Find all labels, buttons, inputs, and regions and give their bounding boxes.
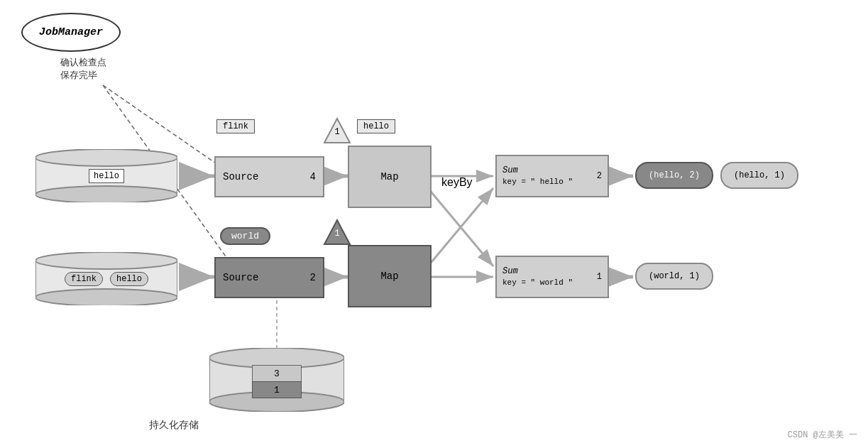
svg-line-12 bbox=[428, 188, 493, 266]
float-hello-label: hello bbox=[357, 119, 395, 133]
svg-line-11 bbox=[428, 188, 493, 266]
sum-bottom-label: Sum bbox=[502, 266, 518, 278]
confirm-line1: 确认检查点 bbox=[60, 57, 106, 70]
result-hello-2: (hello, 2) bbox=[635, 162, 713, 189]
watermark: CSDN @左美美 一 bbox=[788, 429, 857, 441]
top-cylinder-label: hello bbox=[89, 169, 124, 183]
result-world-1: (world, 1) bbox=[635, 263, 713, 290]
sum-top-num: 2 bbox=[597, 171, 602, 181]
storage-label: 持久化存储 bbox=[149, 419, 199, 432]
confirm-line2: 保存完毕 bbox=[60, 70, 106, 82]
world-ellipse: world bbox=[220, 227, 270, 245]
top-source-label: Source bbox=[223, 171, 258, 182]
bottom-map-label: Map bbox=[380, 271, 398, 282]
confirm-text: 确认检查点 保存完毕 bbox=[60, 57, 106, 82]
top-triangle: 1 bbox=[323, 117, 351, 148]
keyby-label: keyBy bbox=[441, 176, 473, 189]
sum-bottom-num: 1 bbox=[597, 272, 602, 282]
result-hello-1: (hello, 1) bbox=[720, 162, 798, 189]
top-map-label: Map bbox=[380, 171, 398, 182]
bottom-cylinder-label1: flink bbox=[65, 272, 103, 286]
job-manager-ellipse: JobManager bbox=[21, 13, 121, 52]
bottom-triangle: 1 bbox=[323, 219, 351, 249]
top-triangle-num: 1 bbox=[323, 127, 351, 137]
top-source-num: 4 bbox=[310, 171, 316, 182]
bottom-cylinder: flink hello bbox=[35, 252, 177, 305]
sum-bottom-box: Sum key = " world " 1 bbox=[495, 256, 609, 298]
float-flink-label: flink bbox=[216, 119, 255, 133]
top-map-box: Map bbox=[348, 146, 432, 208]
storage-num2: 1 bbox=[252, 381, 302, 398]
top-cylinder: hello bbox=[35, 149, 177, 202]
storage-num1: 3 bbox=[252, 365, 302, 382]
bottom-map-box: Map bbox=[348, 245, 432, 307]
bottom-cylinder-label2: hello bbox=[110, 272, 148, 286]
bottom-triangle-num: 1 bbox=[323, 229, 351, 239]
bottom-source-num: 2 bbox=[310, 272, 316, 283]
sum-top-key: key = " hello " bbox=[502, 177, 573, 187]
bottom-source-label: Source bbox=[223, 272, 258, 283]
storage-cylinder: 3 1 bbox=[209, 348, 344, 412]
sum-top-label: Sum bbox=[502, 165, 518, 177]
sum-top-box: Sum key = " hello " 2 bbox=[495, 155, 609, 197]
job-manager-label: JobManager bbox=[39, 26, 103, 38]
top-source-box: Source 4 bbox=[214, 156, 324, 197]
bottom-source-box: Source 2 bbox=[214, 257, 324, 298]
sum-bottom-key: key = " world " bbox=[502, 278, 573, 288]
